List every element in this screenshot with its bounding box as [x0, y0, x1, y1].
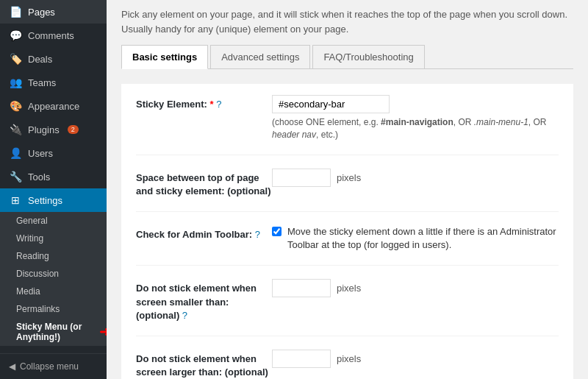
no-stick-large-pixels-label: pixels: [337, 353, 361, 364]
appearance-icon: 🎨: [9, 100, 22, 112]
space-row: Space between top of page and sticky ele…: [136, 169, 559, 212]
sticky-element-hint: (choose ONE element, e.g. #main-navigati…: [272, 116, 559, 141]
sticky-element-help-link[interactable]: ?: [216, 99, 221, 110]
pages-icon: 📄: [9, 6, 22, 18]
sidebar-item-deals[interactable]: 🏷️ Deals: [0, 47, 107, 71]
admin-toolbar-row: Check for Admin Toolbar: ? Move the stic…: [136, 225, 559, 266]
settings-icon: ⊞: [9, 194, 22, 206]
no-stick-small-pixels-label: pixels: [337, 283, 361, 294]
submenu-permalinks[interactable]: Permalinks: [0, 300, 107, 318]
space-pixels-label: pixels: [337, 172, 361, 183]
sticky-element-row: Sticky Element: * ? (choose ONE element,…: [136, 95, 559, 155]
no-stick-large-label: Do not stick element when screen larger …: [136, 350, 272, 379]
sidebar-item-settings[interactable]: ⊞ Settings: [0, 188, 107, 212]
submenu-sticky-menu[interactable]: Sticky Menu (or Anything!) ➜: [0, 318, 107, 346]
page-description: Pick any element on your page, and it wi…: [121, 7, 573, 36]
teams-icon: 👥: [9, 77, 22, 88]
sticky-element-label: Sticky Element: * ?: [136, 95, 272, 111]
submenu-media[interactable]: Media: [0, 283, 107, 300]
admin-toolbar-checkbox[interactable]: [272, 227, 282, 236]
plugins-icon: 🔌: [9, 124, 22, 135]
sidebar-item-tools[interactable]: 🔧 Tools: [0, 165, 107, 188]
sticky-element-field: (choose ONE element, e.g. #main-navigati…: [272, 95, 559, 141]
submenu-reading[interactable]: Reading: [0, 247, 107, 265]
tools-icon: 🔧: [9, 171, 22, 183]
tab-basic-settings[interactable]: Basic settings: [121, 45, 208, 69]
submenu-general[interactable]: General: [0, 212, 107, 230]
arrow-indicator-icon: ➜: [99, 324, 107, 340]
collapse-menu-button[interactable]: ◀ Collapse menu: [0, 353, 107, 379]
no-stick-small-help-link[interactable]: ?: [182, 310, 187, 321]
space-field: pixels: [272, 169, 559, 187]
no-stick-small-field: pixels: [272, 279, 559, 297]
users-icon: 👤: [9, 147, 22, 159]
sidebar-item-pages[interactable]: 📄 Pages: [0, 0, 107, 24]
submenu-writing[interactable]: Writing: [0, 230, 107, 247]
space-input[interactable]: [272, 169, 331, 187]
main-content: Pick any element on your page, and it wi…: [107, 0, 588, 379]
no-stick-small-input[interactable]: [272, 279, 331, 297]
sidebar-item-comments[interactable]: 💬 Comments: [0, 24, 107, 47]
settings-tabs: Basic settings Advanced settings FAQ/Tro…: [121, 45, 573, 69]
sidebar-item-teams[interactable]: 👥 Teams: [0, 71, 107, 94]
settings-form: Sticky Element: * ? (choose ONE element,…: [121, 84, 573, 379]
space-label: Space between top of page and sticky ele…: [136, 169, 272, 198]
settings-submenu: General Writing Reading Discussion Media…: [0, 212, 107, 346]
admin-toolbar-help-link[interactable]: ?: [255, 229, 260, 240]
no-stick-small-row: Do not stick element when screen smaller…: [136, 279, 559, 336]
admin-toolbar-text: Move the sticky element down a little if…: [287, 225, 559, 252]
tab-advanced-settings[interactable]: Advanced settings: [210, 45, 310, 68]
collapse-icon: ◀: [9, 361, 15, 372]
admin-toolbar-label: Check for Admin Toolbar: ?: [136, 225, 272, 241]
required-marker: *: [209, 99, 213, 110]
tab-faq[interactable]: FAQ/Troubleshooting: [312, 45, 424, 68]
comments-icon: 💬: [9, 29, 22, 41]
plugins-badge: 2: [68, 125, 79, 134]
no-stick-large-input[interactable]: [272, 350, 331, 368]
sidebar-item-plugins[interactable]: 🔌 Plugins 2: [0, 118, 107, 141]
sidebar-item-users[interactable]: 👤 Users: [0, 141, 107, 165]
sidebar-item-appearance[interactable]: 🎨 Appearance: [0, 94, 107, 118]
no-stick-large-field: pixels: [272, 350, 559, 368]
deals-icon: 🏷️: [9, 53, 22, 65]
admin-toolbar-field: Move the sticky element down a little if…: [272, 225, 559, 252]
sticky-element-input[interactable]: [272, 95, 390, 113]
submenu-discussion[interactable]: Discussion: [0, 265, 107, 283]
no-stick-small-label: Do not stick element when screen smaller…: [136, 279, 272, 322]
no-stick-large-row: Do not stick element when screen larger …: [136, 350, 559, 379]
sidebar: 📄 Pages 💬 Comments 🏷️ Deals 👥 Teams 🎨 Ap…: [0, 0, 107, 379]
